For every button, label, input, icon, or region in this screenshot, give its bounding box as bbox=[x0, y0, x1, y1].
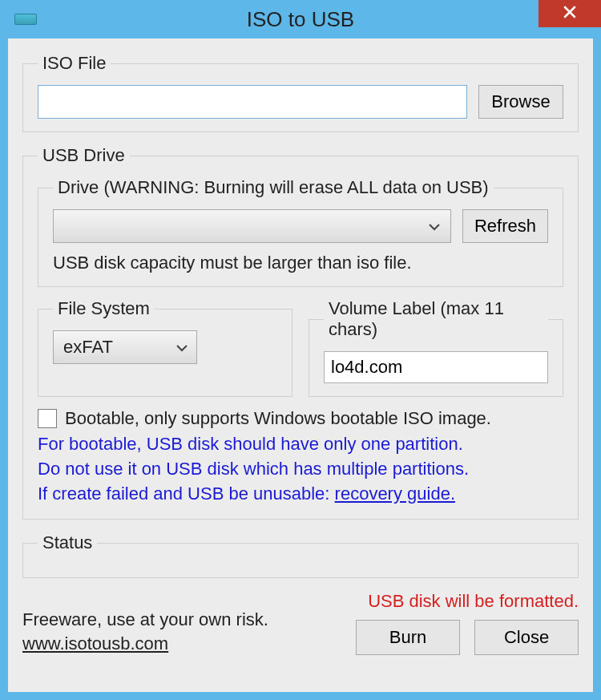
chevron-down-icon bbox=[175, 337, 188, 358]
bootable-note-line2: Do not use it on USB disk which has mult… bbox=[38, 457, 563, 482]
bootable-note-line3: If create failed and USB be unusable: re… bbox=[38, 482, 563, 507]
drive-subgroup: Drive (WARNING: Burning will erase ALL d… bbox=[38, 177, 563, 287]
bootable-note-prefix: If create failed and USB be unusable: bbox=[38, 484, 335, 504]
file-system-group: File System exFAT bbox=[38, 298, 292, 397]
drive-legend: Drive (WARNING: Burning will erase ALL d… bbox=[53, 177, 494, 198]
chevron-down-icon bbox=[428, 216, 441, 237]
app-icon bbox=[14, 14, 37, 25]
volume-label-group: Volume Label (max 11 chars) bbox=[309, 298, 563, 397]
freeware-text: Freeware, use at your own risk. bbox=[22, 608, 268, 632]
bootable-checkbox[interactable] bbox=[38, 409, 57, 428]
titlebar[interactable]: ISO to USB bbox=[0, 0, 601, 38]
drive-select[interactable] bbox=[53, 209, 451, 243]
file-system-legend: File System bbox=[53, 298, 155, 319]
content-area: ISO File Browse USB Drive Drive (WARNING… bbox=[8, 38, 593, 692]
bootable-note-line1: For bootable, USB disk should have only … bbox=[38, 432, 563, 457]
format-warning: USB disk will be formatted. bbox=[356, 591, 579, 612]
bootable-note: For bootable, USB disk should have only … bbox=[38, 432, 563, 506]
browse-button[interactable]: Browse bbox=[478, 85, 563, 119]
iso-path-input[interactable] bbox=[38, 85, 467, 119]
footer: Freeware, use at your own risk. www.isot… bbox=[22, 591, 579, 655]
status-group: Status bbox=[22, 532, 579, 578]
footer-right: USB disk will be formatted. Burn Close bbox=[356, 591, 579, 655]
file-system-value: exFAT bbox=[63, 337, 113, 358]
footer-left: Freeware, use at your own risk. www.isot… bbox=[22, 608, 268, 655]
burn-button[interactable]: Burn bbox=[356, 620, 460, 655]
volume-label-input[interactable] bbox=[324, 351, 548, 383]
refresh-button[interactable]: Refresh bbox=[462, 209, 548, 243]
close-button[interactable]: Close bbox=[474, 620, 579, 655]
usb-drive-group: USB Drive Drive (WARNING: Burning will e… bbox=[22, 145, 579, 520]
window-title: ISO to USB bbox=[0, 7, 601, 32]
close-icon bbox=[563, 5, 577, 22]
iso-file-legend: ISO File bbox=[38, 53, 111, 74]
website-link[interactable]: www.isotousb.com bbox=[22, 633, 168, 653]
recovery-guide-link[interactable]: recovery guide. bbox=[335, 484, 455, 504]
usb-drive-legend: USB Drive bbox=[38, 145, 130, 166]
bootable-label: Bootable, only supports Windows bootable… bbox=[65, 408, 491, 429]
capacity-hint: USB disk capacity must be larger than is… bbox=[53, 253, 548, 273]
status-legend: Status bbox=[38, 532, 97, 553]
app-window: ISO to USB ISO File Browse USB Drive Dri… bbox=[0, 0, 601, 700]
file-system-select[interactable]: exFAT bbox=[53, 330, 197, 364]
window-close-button[interactable] bbox=[538, 0, 601, 27]
iso-file-group: ISO File Browse bbox=[22, 53, 579, 132]
volume-label-legend: Volume Label (max 11 chars) bbox=[324, 298, 548, 340]
